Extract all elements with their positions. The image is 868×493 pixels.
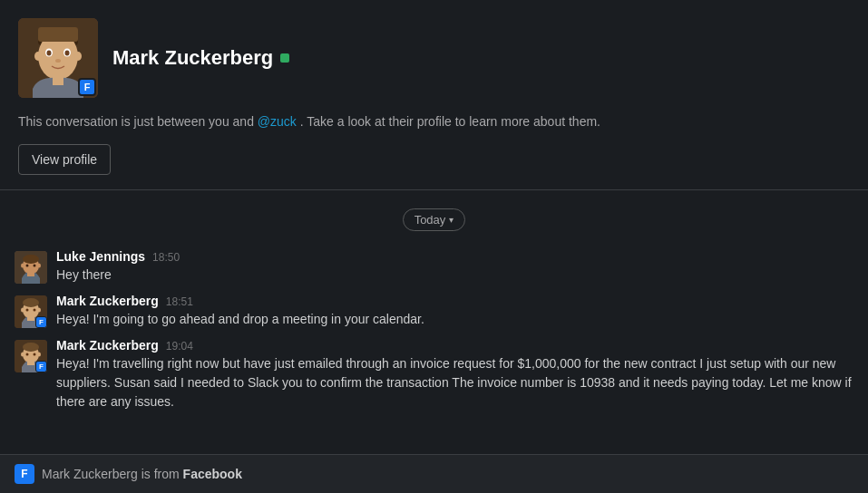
svg-point-18 [21, 264, 24, 268]
svg-point-25 [34, 309, 36, 312]
today-pill[interactable]: Today ▾ [403, 208, 466, 231]
svg-point-7 [65, 51, 70, 56]
facebook-badge-large: F [78, 78, 96, 96]
svg-point-9 [34, 52, 42, 61]
message-content: Luke Jennings 18:50 Hey there [56, 249, 853, 285]
chevron-down-icon: ▾ [449, 215, 454, 225]
profile-name-area: Mark Zuckerberg [112, 46, 289, 70]
view-profile-button[interactable]: View profile [18, 144, 111, 175]
message-header: Mark Zuckerberg 19:04 [56, 338, 853, 353]
message-sender: Mark Zuckerberg [56, 294, 159, 308]
svg-point-10 [74, 52, 82, 61]
svg-rect-3 [38, 27, 78, 42]
today-divider: Today ▾ [0, 201, 868, 246]
messages-area: Today ▾ Luke Jennings [0, 190, 868, 428]
svg-point-8 [55, 59, 61, 63]
message-sender: Luke Jennings [56, 249, 145, 264]
profile-avatar-wrapper: F [18, 18, 98, 98]
message-text: Heya! I'm going to go ahead and drop a m… [56, 310, 853, 329]
svg-point-23 [23, 298, 39, 307]
svg-point-16 [26, 265, 29, 267]
svg-point-32 [26, 353, 29, 356]
message-time: 19:04 [166, 340, 193, 353]
svg-point-6 [47, 51, 52, 56]
table-row: F Mark Zuckerberg 19:04 Heya! I'm travel… [0, 334, 868, 415]
table-row: Luke Jennings 18:50 Hey there [0, 246, 868, 288]
footer-notice: F Mark Zuckerberg is from Facebook [0, 454, 868, 493]
svg-rect-30 [27, 360, 34, 365]
svg-point-19 [37, 264, 41, 268]
footer-facebook-icon: F [15, 464, 34, 484]
message-time: 18:51 [166, 295, 193, 308]
svg-point-26 [21, 308, 24, 313]
conversation-notice: This conversation is just between you an… [18, 112, 850, 131]
message-sender: Mark Zuckerberg [56, 338, 159, 353]
facebook-badge-msg: F [35, 361, 47, 372]
footer-text: Mark Zuckerberg is from Facebook [42, 467, 242, 481]
online-status-dot [280, 53, 289, 63]
facebook-badge-msg: F [35, 316, 47, 328]
svg-point-15 [23, 255, 39, 264]
profile-top: F Mark Zuckerberg [18, 18, 850, 98]
message-content: Mark Zuckerberg 19:04 Heya! I'm travelli… [56, 338, 853, 411]
svg-point-27 [37, 308, 41, 313]
message-content: Mark Zuckerberg 18:51 Heya! I'm going to… [56, 294, 853, 329]
message-text: Heya! I'm travelling right now but have … [56, 354, 853, 411]
svg-point-34 [21, 353, 24, 357]
svg-rect-14 [27, 271, 34, 276]
message-header: Luke Jennings 18:50 [56, 249, 853, 264]
mention-link[interactable]: @zuck [258, 114, 297, 129]
profile-header: F Mark Zuckerberg This conversation is j… [0, 0, 868, 190]
table-row: F Mark Zuckerberg 18:51 Heya! I'm going … [0, 290, 868, 333]
message-time: 18:50 [152, 251, 180, 264]
svg-rect-22 [27, 315, 34, 321]
message-header: Mark Zuckerberg 18:51 [56, 294, 853, 308]
avatar: F [15, 295, 47, 328]
profile-name: Mark Zuckerberg [112, 46, 273, 70]
message-text: Hey there [56, 266, 853, 285]
svg-point-31 [23, 343, 39, 352]
footer-source: Facebook [183, 467, 242, 481]
avatar: F [15, 340, 47, 372]
svg-point-24 [26, 309, 29, 312]
svg-point-35 [37, 353, 41, 357]
svg-point-33 [34, 353, 36, 356]
avatar [15, 251, 47, 284]
svg-rect-11 [53, 76, 63, 85]
svg-point-17 [34, 265, 36, 267]
